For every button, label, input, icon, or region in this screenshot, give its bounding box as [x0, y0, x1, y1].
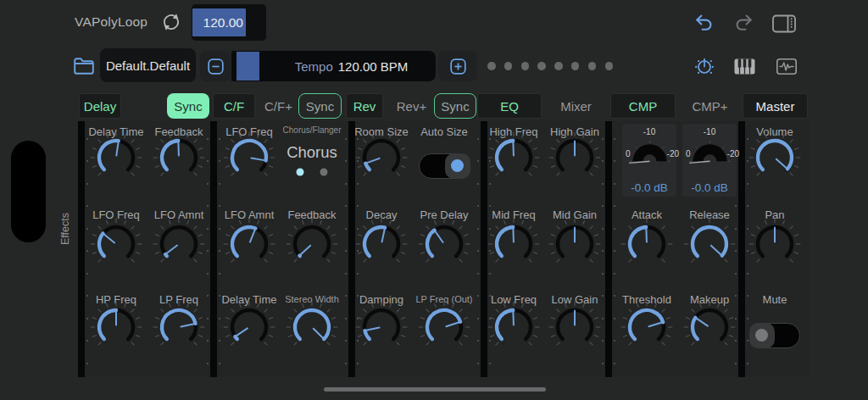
- panel-edge-dots: [614, 138, 615, 374]
- knob-chorus-flanger-stereo-width[interactable]: [283, 298, 341, 359]
- knob-eq-low-freq[interactable]: [485, 298, 542, 359]
- page-dot-2[interactable]: [521, 62, 530, 70]
- tempo-readout-label: Tempo: [295, 59, 333, 74]
- knob-panel-icon[interactable]: [693, 54, 716, 78]
- tab-cmp-10[interactable]: CMP: [610, 93, 676, 119]
- tab-cf-3[interactable]: C/F+: [259, 93, 298, 119]
- toggle-handle-dot: [451, 159, 464, 172]
- knob-chorus-flanger-delay-time[interactable]: [220, 298, 278, 359]
- panel-edge-dots: [747, 138, 748, 374]
- panel-edge-dots: [489, 138, 491, 374]
- knob-master-volume[interactable]: [746, 129, 804, 190]
- undo-icon[interactable]: [693, 13, 715, 34]
- patch-name: VAPolyLoop: [75, 14, 147, 30]
- panel-divider-4: [605, 121, 612, 377]
- page-indicator[interactable]: [487, 62, 613, 70]
- panel-divider-0: [78, 121, 85, 377]
- knob-delay-hp-freq[interactable]: [87, 298, 145, 359]
- page-dot-0[interactable]: [487, 62, 496, 70]
- preset-selector[interactable]: Default.Default: [100, 48, 196, 82]
- effect-panel-compressor: -100-20-0.0 dB-100-20-0.0 dBAttackReleas…: [612, 121, 738, 377]
- selector-page-dot-0[interactable]: [297, 168, 304, 175]
- tab-delay-0[interactable]: Delay: [79, 93, 121, 119]
- selector-page-dot-1[interactable]: [320, 168, 327, 175]
- horizontal-scrollbar[interactable]: [324, 387, 546, 392]
- knob-delay-lfo-freq[interactable]: [87, 215, 145, 276]
- page-dot-5[interactable]: [571, 62, 580, 70]
- knob-chorus-flanger-feedback[interactable]: [283, 215, 341, 276]
- panel-edge-dots: [86, 138, 88, 374]
- knob-eq-high-freq[interactable]: [485, 129, 542, 190]
- tempo-readout: Tempo 120.00 BPM: [249, 51, 453, 81]
- knob-eq-mid-gain[interactable]: [546, 215, 604, 276]
- toggle-handle: [749, 323, 775, 348]
- sidebar-panel-icon[interactable]: [771, 14, 797, 34]
- knob-chorus-flanger-lfo-freq[interactable]: [220, 129, 278, 190]
- tempo-field-selection: 120.00: [192, 8, 246, 36]
- page-dot-7[interactable]: [605, 62, 614, 70]
- toggle-auto-size[interactable]: [419, 153, 470, 179]
- tab-sync-1[interactable]: Sync: [167, 93, 209, 119]
- knob-reverb-pre-delay[interactable]: [415, 215, 473, 276]
- tab-sync-7[interactable]: Sync: [434, 93, 476, 119]
- panel-edge-dots: [477, 138, 479, 374]
- keyboard-icon[interactable]: [734, 58, 755, 75]
- knob-reverb-damping[interactable]: [353, 298, 410, 359]
- gain-reduction-meter-1: -100-20-0.0 dB: [682, 124, 737, 197]
- tempo-number-field[interactable]: 120.00: [192, 4, 266, 41]
- tab-sync-4[interactable]: Sync: [298, 93, 342, 119]
- page-dot-4[interactable]: [554, 62, 563, 70]
- panel-edge-dots: [207, 138, 209, 374]
- tempo-readout-value: 120.00 BPM: [338, 59, 409, 74]
- sync-loop-icon[interactable]: [161, 12, 181, 32]
- panel-edge-dots: [357, 138, 359, 374]
- tab-master-12[interactable]: Master: [743, 93, 808, 119]
- tempo-decrement-button[interactable]: [200, 51, 231, 81]
- tab-eq-8[interactable]: EQ: [477, 93, 542, 119]
- knob-delay-lp-freq[interactable]: [150, 298, 208, 359]
- page-dot-6[interactable]: [588, 62, 597, 70]
- minus-icon: [208, 58, 224, 75]
- meter-gauge: [622, 124, 676, 181]
- knob-reverb-room-size[interactable]: [353, 129, 410, 190]
- folder-icon[interactable]: [73, 57, 95, 75]
- toggle-mute[interactable]: [749, 323, 800, 348]
- knob-delay-feedback[interactable]: [150, 129, 208, 190]
- selector-value[interactable]: Chorus: [287, 143, 337, 162]
- knob-compressor-threshold[interactable]: [618, 298, 676, 359]
- tab-rev-6[interactable]: Rev+: [392, 93, 431, 119]
- panel-divider-1: [210, 121, 217, 377]
- page-dot-3[interactable]: [537, 62, 546, 70]
- toggle-label-mute: Mute: [763, 293, 787, 306]
- tab-cf-2[interactable]: C/F: [213, 93, 255, 119]
- knob-compressor-makeup[interactable]: [681, 298, 738, 359]
- knob-eq-mid-freq[interactable]: [485, 215, 542, 276]
- knob-compressor-release[interactable]: [681, 215, 738, 276]
- effects-rack: Delay TimeFeedbackLFO FreqLFO AmntHP Fre…: [0, 121, 868, 377]
- panel-edge-dots: [602, 138, 604, 374]
- tab-rev-5[interactable]: Rev: [346, 93, 383, 119]
- redo-icon[interactable]: [732, 13, 754, 34]
- effect-panel-reverb: Room SizeAuto SizeDecayPre DelayDampingL…: [355, 121, 481, 377]
- knob-delay-delay-time[interactable]: [87, 129, 145, 190]
- toggle-handle-dot: [755, 329, 768, 342]
- knob-reverb-lp-freq-out-[interactable]: [415, 298, 473, 359]
- knob-eq-low-gain[interactable]: [546, 298, 604, 359]
- meter-value: -0.0 dB: [682, 181, 737, 194]
- tab-cmp-11[interactable]: CMP+: [687, 93, 733, 119]
- knob-eq-high-gain[interactable]: [546, 129, 604, 190]
- tab-mixer-9[interactable]: Mixer: [553, 93, 599, 119]
- panel-divider-3: [481, 121, 487, 377]
- knob-delay-lfo-amnt[interactable]: [150, 215, 208, 276]
- knob-compressor-attack[interactable]: [618, 215, 676, 276]
- waveform-icon[interactable]: [776, 58, 797, 75]
- page-dot-1[interactable]: [504, 62, 513, 70]
- effect-panel-master: VolumePanMute: [745, 121, 810, 377]
- knob-chorus-flanger-lfo-amnt[interactable]: [220, 215, 278, 276]
- knob-reverb-decay[interactable]: [353, 215, 410, 276]
- tempo-slider[interactable]: Tempo 120.00 BPM: [231, 51, 436, 81]
- plus-icon: [450, 58, 466, 75]
- gain-reduction-meter-0: -100-20-0.0 dB: [622, 124, 676, 197]
- knob-master-pan[interactable]: [746, 215, 804, 276]
- tempo-increment-button[interactable]: [438, 51, 477, 81]
